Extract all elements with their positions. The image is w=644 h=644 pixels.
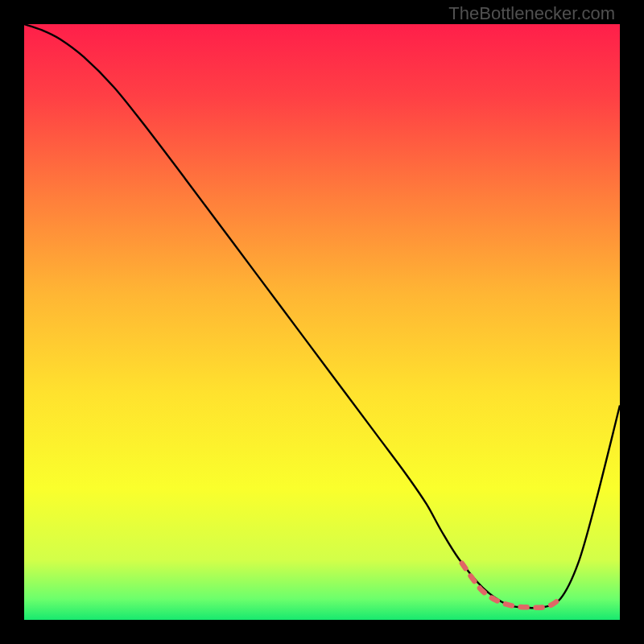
watermark-text: TheBottlenecker.com	[448, 3, 615, 24]
chart-frame	[24, 24, 620, 620]
bottleneck-chart	[24, 24, 620, 620]
chart-background-gradient	[24, 24, 620, 620]
